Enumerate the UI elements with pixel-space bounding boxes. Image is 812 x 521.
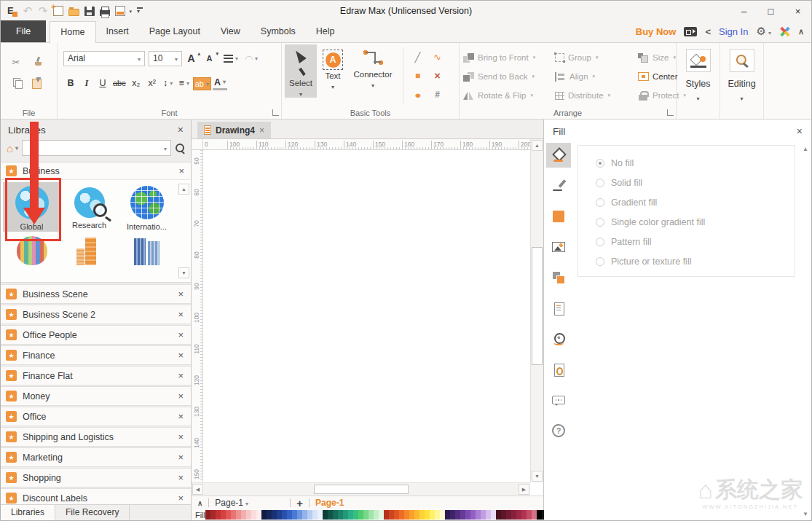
- color-swatch[interactable]: [358, 510, 363, 520]
- color-swatch[interactable]: [409, 510, 414, 520]
- color-swatch[interactable]: [277, 510, 282, 520]
- color-swatch[interactable]: [236, 510, 241, 520]
- dialog-launcher-icon[interactable]: [667, 109, 674, 116]
- color-swatch[interactable]: [261, 510, 267, 520]
- line-spacing-button[interactable]: ↕: [161, 75, 176, 91]
- color-swatch[interactable]: [430, 510, 435, 520]
- library-money[interactable]: Money: [1, 386, 191, 406]
- panel-tab-file-recovery[interactable]: File Recovery: [55, 505, 130, 520]
- color-swatch[interactable]: [460, 510, 465, 520]
- color-swatch[interactable]: [491, 510, 496, 520]
- color-swatch[interactable]: [455, 510, 460, 520]
- shape-international[interactable]: Internatio...: [118, 182, 176, 232]
- color-swatch[interactable]: [527, 510, 532, 520]
- select-tool-button[interactable]: Select: [285, 44, 317, 98]
- arrange-send-to-back-button[interactable]: Send to Back: [463, 72, 553, 82]
- rectangle-tool-icon[interactable]: ■: [409, 67, 427, 85]
- vertical-scrollbar[interactable]: ▲ ▼: [530, 139, 543, 482]
- connector-tool-button[interactable]: Connector: [349, 44, 397, 98]
- subscript-button[interactable]: x₂: [129, 75, 143, 91]
- scroll-down-icon[interactable]: ▼: [803, 511, 808, 517]
- arrange-rotate-flip-button[interactable]: Rotate & Flip: [463, 91, 553, 101]
- color-swatch[interactable]: [537, 510, 542, 520]
- arrange-bring-to-front-button[interactable]: Bring to Front: [463, 53, 553, 63]
- search-icon[interactable]: [175, 143, 185, 153]
- color-swatch[interactable]: [521, 510, 527, 520]
- close-icon[interactable]: [178, 124, 184, 136]
- color-swatch[interactable]: [379, 510, 384, 520]
- add-page-button[interactable]: +: [296, 497, 303, 509]
- color-swatch[interactable]: [465, 510, 470, 520]
- color-swatch[interactable]: [511, 510, 516, 520]
- tab-help[interactable]: Help: [306, 21, 345, 42]
- close-icon[interactable]: [178, 431, 184, 442]
- color-swatch[interactable]: [267, 510, 272, 520]
- edraw-logo-icon[interactable]: [6, 5, 17, 17]
- color-swatch[interactable]: [246, 510, 251, 520]
- sign-in-link[interactable]: Sign In: [719, 26, 748, 37]
- scroll-left-icon[interactable]: ◀: [192, 484, 203, 495]
- font-size-select[interactable]: 10: [149, 51, 182, 66]
- note-icon[interactable]: [546, 296, 571, 321]
- option-gradient-fill[interactable]: Gradient fill: [596, 192, 795, 212]
- color-swatch[interactable]: [470, 510, 476, 520]
- arrange-size-button[interactable]: Size: [638, 53, 679, 63]
- color-swatch[interactable]: [251, 510, 256, 520]
- italic-button[interactable]: I: [79, 75, 94, 91]
- help-icon[interactable]: [546, 418, 571, 443]
- color-swatch[interactable]: [282, 510, 287, 520]
- library-office[interactable]: Office: [1, 407, 191, 426]
- color-swatch[interactable]: [516, 510, 521, 520]
- option-solid-fill[interactable]: Solid fill: [596, 173, 795, 192]
- color-swatch[interactable]: [256, 510, 261, 520]
- color-swatch[interactable]: [394, 510, 399, 520]
- color-swatch[interactable]: [440, 510, 445, 520]
- color-swatch[interactable]: [506, 510, 511, 520]
- color-swatch[interactable]: [532, 510, 537, 520]
- library-business-scene-2[interactable]: Business Scene 2: [1, 305, 191, 324]
- fingerprint-icon[interactable]: [546, 357, 571, 382]
- color-swatch[interactable]: [318, 510, 323, 520]
- panel-tab-libraries[interactable]: Libraries: [1, 505, 55, 520]
- scroll-right-icon[interactable]: ▶: [519, 484, 529, 495]
- arrange-distribute-button[interactable]: Distribute: [555, 91, 636, 100]
- screenshot-share-icon[interactable]: [684, 27, 697, 36]
- settings-gear-icon[interactable]: [756, 25, 770, 38]
- crop-tool-icon[interactable]: #: [429, 86, 446, 103]
- color-swatch[interactable]: [343, 510, 348, 520]
- editing-button[interactable]: Editing: [728, 49, 755, 102]
- font-family-select[interactable]: Arial: [63, 51, 145, 66]
- scroll-up-icon[interactable]: ▲: [532, 140, 543, 151]
- color-swatch[interactable]: [287, 510, 292, 520]
- library-shipping-and-logistics[interactable]: Shipping and Logistics: [1, 427, 191, 447]
- close-icon[interactable]: [178, 289, 184, 299]
- underline-button[interactable]: U: [95, 75, 110, 91]
- color-swatch[interactable]: [374, 510, 379, 520]
- save-icon[interactable]: [84, 7, 95, 16]
- redo-icon[interactable]: ↷: [38, 4, 48, 17]
- strikethrough-button[interactable]: abc: [111, 75, 127, 91]
- shape-buildings-blue[interactable]: [118, 235, 176, 265]
- scrollbar-thumb[interactable]: [314, 485, 409, 494]
- hyperlink-icon[interactable]: [546, 326, 571, 351]
- close-icon[interactable]: [178, 370, 184, 381]
- shape-research[interactable]: Research: [60, 182, 118, 232]
- tab-insert[interactable]: Insert: [96, 21, 139, 42]
- color-swatch[interactable]: [272, 510, 277, 520]
- color-swatch[interactable]: [307, 510, 312, 520]
- scroll-up-icon[interactable]: ▲: [178, 184, 189, 195]
- open-file-icon[interactable]: [68, 9, 79, 16]
- close-icon[interactable]: [797, 125, 803, 137]
- collapse-icon[interactable]: [197, 498, 202, 508]
- option-single-color-gradient-fill[interactable]: Single color gradient fill: [596, 212, 795, 232]
- page-tab-page-1[interactable]: Page-1: [315, 498, 344, 508]
- customize-toolbar-icon[interactable]: [136, 7, 146, 15]
- color-swatch[interactable]: [476, 510, 481, 520]
- option-pattern-fill[interactable]: Pattern fill: [596, 232, 795, 251]
- picture-icon[interactable]: [546, 235, 571, 259]
- styles-button[interactable]: Styles: [685, 49, 710, 102]
- decrease-font-button[interactable]: A: [204, 50, 218, 66]
- font-color-button[interactable]: A: [213, 77, 227, 90]
- color-swatch[interactable]: [205, 510, 210, 520]
- color-swatch[interactable]: [210, 510, 216, 520]
